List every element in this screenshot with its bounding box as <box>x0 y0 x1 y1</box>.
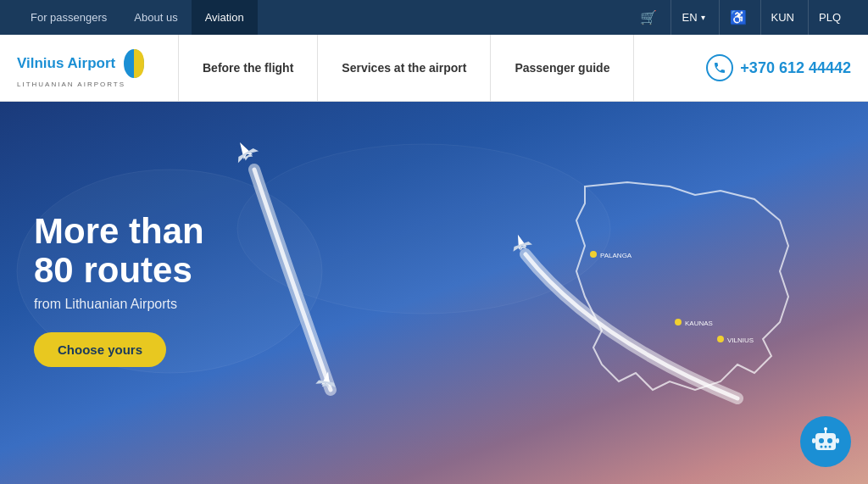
hero-section: PALANGA KAUNAS VILNIUS More than 80 rout… <box>0 102 868 484</box>
accessibility-icon: ♿ <box>730 9 747 25</box>
svg-marker-4 <box>236 147 259 163</box>
hero-text-block: More than 80 routes from Lithuanian Airp… <box>34 212 204 367</box>
logo-icon <box>122 48 146 79</box>
svg-point-12 <box>590 251 597 258</box>
chevron-down-icon: ▾ <box>701 13 705 22</box>
nav-aviation[interactable]: Aviation <box>192 0 258 35</box>
language-label: EN <box>682 11 697 24</box>
top-nav-right: 🛒 EN ▾ ♿ KUN PLQ <box>630 0 851 35</box>
svg-rect-26 <box>812 438 815 443</box>
plane-1 <box>230 136 259 164</box>
nav-before-flight[interactable]: Before the flight <box>178 35 318 102</box>
svg-text:VILNIUS: VILNIUS <box>727 337 754 344</box>
svg-point-16 <box>717 336 724 342</box>
choose-yours-button[interactable]: Choose yours <box>34 332 166 367</box>
logo-main: Vilnius Airport <box>17 48 146 79</box>
nav-for-passengers[interactable]: For passengers <box>17 0 120 35</box>
nav-passenger-guide[interactable]: Passenger guide <box>491 35 634 102</box>
cart-icon: 🛒 <box>640 9 657 25</box>
svg-rect-27 <box>836 438 839 443</box>
top-navigation: For passengers About us Aviation 🛒 EN ▾ … <box>0 0 868 35</box>
nav-plq[interactable]: PLQ <box>808 0 851 35</box>
svg-point-21 <box>821 446 823 448</box>
logo-area[interactable]: Vilnius Airport LITHUANIAN AIRPORTS <box>17 48 153 88</box>
secondary-nav-links: Before the flight Services at the airpor… <box>178 35 706 102</box>
phone-icon <box>706 54 733 81</box>
accessibility-button[interactable]: ♿ <box>719 0 757 35</box>
plq-label: PLQ <box>819 11 841 24</box>
nav-services-airport[interactable]: Services at the airport <box>318 35 491 102</box>
secondary-navigation: Vilnius Airport LITHUANIAN AIRPORTS Befo… <box>0 35 868 102</box>
kun-label: KUN <box>771 11 794 24</box>
svg-point-22 <box>825 446 827 448</box>
phone-area[interactable]: +370 612 44442 <box>706 54 851 81</box>
svg-point-20 <box>827 438 832 443</box>
robot-icon <box>810 426 841 457</box>
nav-about-us[interactable]: About us <box>120 0 191 35</box>
chatbot-button[interactable] <box>800 416 851 467</box>
logo-subtitle: LITHUANIAN AIRPORTS <box>17 81 125 88</box>
svg-point-19 <box>819 438 824 443</box>
svg-text:PALANGA: PALANGA <box>600 252 632 259</box>
hero-title: More than 80 routes <box>34 212 204 290</box>
phone-svg <box>713 61 726 75</box>
phone-number: +370 612 44442 <box>740 59 851 77</box>
svg-point-23 <box>829 446 832 448</box>
language-selector[interactable]: EN ▾ <box>670 0 715 35</box>
svg-point-14 <box>675 319 682 325</box>
nav-kun[interactable]: KUN <box>760 0 804 35</box>
hero-subtitle: from Lithuanian Airports <box>34 297 204 312</box>
logo-text: Vilnius Airport <box>17 55 115 72</box>
svg-text:KAUNAS: KAUNAS <box>685 320 713 327</box>
top-nav-left: For passengers About us Aviation <box>17 0 258 35</box>
svg-point-25 <box>824 427 827 431</box>
cart-button[interactable]: 🛒 <box>630 0 667 35</box>
